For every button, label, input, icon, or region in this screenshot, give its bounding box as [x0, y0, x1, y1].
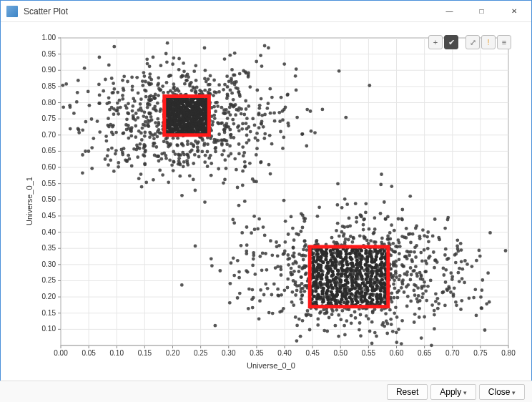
svg-point-743 [107, 64, 111, 67]
svg-point-657 [159, 64, 163, 67]
svg-point-1341 [405, 250, 409, 253]
svg-point-521 [141, 84, 144, 87]
svg-point-819 [77, 128, 81, 132]
svg-point-847 [267, 46, 270, 50]
svg-point-1653 [292, 303, 295, 307]
svg-point-662 [234, 113, 237, 117]
svg-point-1703 [400, 218, 404, 222]
svg-point-1450 [419, 277, 423, 280]
apply-button[interactable]: Apply [430, 384, 476, 400]
svg-point-720 [126, 80, 129, 84]
svg-point-1752 [415, 275, 419, 278]
svg-point-1374 [402, 265, 405, 268]
svg-point-1632 [418, 315, 421, 319]
svg-point-372 [203, 46, 207, 50]
svg-point-1704 [390, 291, 394, 295]
svg-point-1298 [284, 220, 287, 223]
close-button[interactable]: Close [479, 384, 525, 400]
svg-point-1695 [360, 214, 363, 217]
svg-point-1006 [336, 182, 340, 186]
svg-point-1701 [290, 267, 293, 270]
svg-point-968 [303, 290, 307, 293]
svg-point-237 [139, 142, 142, 146]
svg-point-676 [177, 89, 181, 93]
scatter-plot[interactable]: Universe_0_1 0.000.050.100.150.200.250.3… [24, 29, 518, 371]
svg-point-1137 [359, 334, 363, 338]
svg-point-956 [472, 296, 476, 300]
svg-point-1466 [316, 215, 320, 218]
svg-point-2185 [312, 256, 315, 260]
svg-point-315 [130, 165, 134, 168]
svg-point-1715 [367, 317, 370, 320]
svg-point-694 [301, 132, 305, 136]
svg-point-506 [192, 86, 195, 89]
svg-point-912 [460, 248, 463, 252]
svg-point-622 [177, 153, 180, 157]
svg-text:0.20: 0.20 [42, 293, 56, 300]
svg-point-660 [211, 123, 215, 127]
svg-point-2287 [334, 264, 338, 268]
svg-point-201 [240, 112, 243, 116]
svg-point-1538 [409, 278, 413, 282]
svg-text:0.35: 0.35 [250, 349, 264, 357]
maximize-button[interactable]: □ [466, 1, 498, 21]
svg-point-382 [249, 130, 252, 134]
svg-point-637 [166, 41, 169, 45]
svg-point-343 [270, 142, 274, 146]
svg-point-1423 [414, 265, 418, 268]
svg-point-468 [253, 124, 257, 127]
list-icon[interactable]: ≡ [497, 35, 511, 49]
svg-point-2212 [322, 298, 325, 302]
svg-point-976 [479, 295, 483, 299]
svg-point-1327 [460, 299, 463, 303]
svg-point-1573 [302, 248, 305, 252]
expand-icon[interactable]: ⤢ [466, 35, 480, 49]
svg-point-742 [213, 90, 217, 94]
svg-point-721 [210, 174, 213, 177]
minimize-button[interactable]: — [433, 1, 466, 21]
close-window-button[interactable]: ✕ [498, 1, 530, 21]
svg-point-2473 [380, 272, 383, 275]
svg-point-628 [240, 127, 244, 131]
svg-text:0.80: 0.80 [42, 99, 56, 107]
svg-point-1403 [504, 249, 508, 253]
svg-point-1742 [297, 270, 301, 273]
svg-point-1272 [194, 245, 197, 248]
svg-point-359 [157, 160, 161, 163]
svg-point-1282 [280, 293, 283, 297]
svg-point-1455 [237, 276, 241, 280]
svg-point-983 [355, 216, 358, 220]
svg-point-308 [233, 52, 237, 55]
svg-point-541 [72, 112, 76, 115]
svg-point-1426 [260, 268, 264, 272]
svg-point-938 [286, 253, 290, 257]
svg-point-1509 [444, 280, 448, 284]
add-icon[interactable]: + [428, 35, 443, 49]
svg-point-288 [272, 112, 276, 115]
svg-point-1338 [297, 265, 301, 269]
svg-point-213 [172, 137, 175, 140]
svg-point-857 [233, 81, 237, 84]
svg-point-303 [368, 84, 371, 87]
svg-point-661 [263, 113, 267, 117]
warn-icon[interactable]: ! [481, 35, 496, 49]
svg-point-199 [269, 112, 272, 115]
reset-button[interactable]: Reset [387, 384, 428, 400]
svg-point-654 [209, 137, 212, 140]
svg-point-826 [207, 77, 210, 81]
svg-point-1002 [433, 217, 437, 221]
svg-point-1729 [247, 307, 250, 310]
svg-point-550 [177, 162, 180, 166]
svg-point-876 [139, 132, 143, 135]
svg-point-1071 [299, 335, 302, 338]
svg-point-404 [201, 139, 205, 142]
svg-point-1853 [169, 99, 173, 103]
svg-point-1165 [252, 215, 256, 218]
svg-point-1605 [381, 321, 385, 325]
svg-point-393 [214, 109, 217, 113]
svg-point-1401 [362, 223, 365, 227]
svg-point-1728 [393, 296, 396, 300]
check-icon[interactable]: ✔ [444, 35, 458, 49]
svg-point-1296 [405, 285, 408, 289]
svg-point-770 [144, 89, 148, 93]
